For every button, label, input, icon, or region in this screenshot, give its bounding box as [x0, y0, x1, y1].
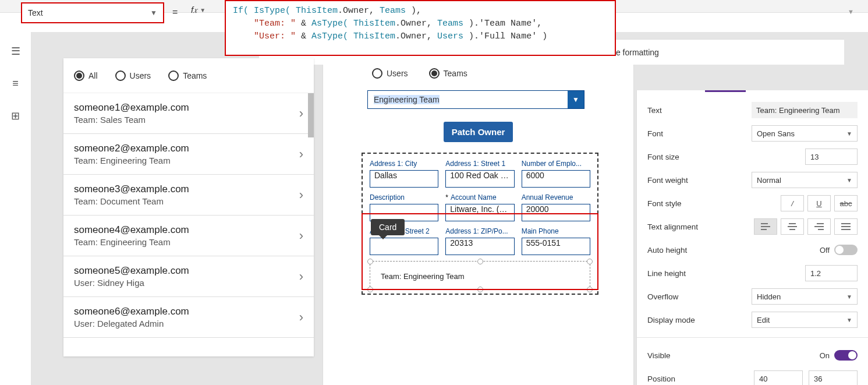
prop-fontsize-input[interactable]: 13: [805, 149, 858, 165]
tok: [233, 19, 254, 29]
prop-autoheight-label: Auto height: [647, 246, 687, 255]
selected-card[interactable]: Team: Engineering Team: [370, 261, 590, 290]
field-input-revenue[interactable]: 20000: [522, 204, 590, 221]
field-input-street2[interactable]: [370, 238, 438, 255]
property-dropdown[interactable]: Text ▼: [21, 2, 164, 23]
tok: AsType(: [311, 19, 353, 29]
selected-card-text: Team: Engineering Team: [381, 272, 465, 281]
list-item[interactable]: someone2@example.comTeam: Engineering Te…: [63, 134, 314, 175]
list-item[interactable]: someone1@example.comTeam: Sales Team ›: [63, 93, 314, 134]
visible-toggle[interactable]: [834, 350, 858, 361]
equals-sign: =: [172, 7, 178, 17]
prop-overflow-select[interactable]: Hidden ▼: [752, 288, 858, 305]
formula-editor[interactable]: If( IsType( ThisItem.Owner, Teams ), "Te…: [225, 0, 616, 56]
list-owner: Team: Document Team: [74, 196, 189, 206]
field-input-account-name[interactable]: Litware, Inc. (sample): [445, 204, 514, 221]
owner-type-radio-group: Users Teams: [337, 68, 619, 79]
fx-label[interactable]: f𝑥 ▼: [191, 5, 206, 15]
prop-font-select[interactable]: Open Sans ▼: [752, 125, 858, 142]
prop-displaymode-select[interactable]: Edit ▼: [752, 312, 858, 328]
team-dropdown[interactable]: Engineering Team ▼: [367, 90, 584, 109]
italic-button[interactable]: /: [781, 195, 804, 211]
list-item[interactable]: someone3@example.comTeam: Document Team …: [63, 175, 314, 216]
tok: &: [296, 19, 311, 29]
tok: .Owner,: [395, 31, 437, 41]
radio-icon: [372, 68, 382, 79]
tok: ThisItem: [296, 6, 338, 16]
left-icon-rail: ☰ ≡ ⊞: [0, 32, 31, 385]
field-label-street1: Address 1: Street 1: [445, 160, 514, 168]
tok: .Owner,: [395, 19, 437, 29]
prop-displaymode-value: Edit: [757, 316, 770, 324]
tok: ThisItem: [353, 31, 395, 41]
prop-align-label: Text alignment: [647, 222, 698, 231]
chevron-down-icon: ▼: [568, 91, 584, 108]
filter-users-label: Users: [130, 71, 151, 80]
radio-teams[interactable]: Teams: [429, 68, 467, 79]
prop-font-label: Font: [647, 129, 663, 138]
prop-displaymode-label: Display mode: [647, 316, 695, 324]
field-input-city[interactable]: Dallas: [370, 170, 438, 188]
align-justify-button[interactable]: [834, 218, 858, 235]
properties-panel: Text Team: Engineering Team Font Open Sa…: [636, 90, 868, 385]
prop-fontweight-select[interactable]: Normal ▼: [752, 172, 858, 188]
chevron-down-icon: ▼: [150, 9, 157, 17]
list-item[interactable]: someone6@example.comUser: Delegated Admi…: [63, 297, 314, 338]
align-center-button[interactable]: [781, 218, 804, 235]
tok: ).'Full Name' ): [463, 31, 547, 41]
field-input-phone[interactable]: 555-0151: [522, 238, 590, 255]
list-email: someone1@example.com: [74, 102, 189, 114]
list-email: someone2@example.com: [74, 143, 189, 154]
tok: ThisItem: [353, 19, 395, 29]
hamburger-icon[interactable]: ☰: [11, 45, 20, 58]
layers-icon[interactable]: ≡: [12, 77, 19, 90]
underline-button[interactable]: U: [807, 195, 831, 211]
list-item[interactable]: someone5@example.comUser: Sidney Higa ›: [63, 256, 314, 297]
filter-users[interactable]: Users: [115, 70, 151, 81]
list-email: someone5@example.com: [74, 265, 189, 277]
prop-visible-value: On: [820, 351, 830, 360]
field-label-phone: Main Phone: [522, 227, 590, 235]
tok: If( IsType(: [233, 6, 296, 16]
radio-icon: [168, 70, 179, 81]
prop-text-value[interactable]: Team: Engineering Team: [752, 102, 858, 118]
field-input-employees[interactable]: 6000: [522, 170, 590, 188]
detail-inner: Users Teams Engineering Team ▼ Patch Own…: [323, 59, 633, 295]
tok: ).'Team Name',: [463, 19, 542, 29]
list-owner: User: Sidney Higa: [74, 278, 189, 288]
gallery-card: All Users Teams someone1@example.comTeam…: [63, 58, 314, 356]
tok: Teams: [437, 19, 463, 29]
chevron-right-icon: ›: [299, 228, 303, 243]
list-email: someone6@example.com: [74, 306, 189, 317]
prop-lineheight-input[interactable]: 1.2: [805, 265, 858, 281]
strikethrough-button[interactable]: abc: [834, 195, 858, 211]
prop-overflow-value: Hidden: [757, 292, 781, 301]
filter-all[interactable]: All: [74, 70, 98, 81]
chevron-right-icon: ›: [299, 147, 303, 162]
list-item[interactable]: someone4@example.comTeam: Engineering Te…: [63, 216, 314, 256]
tok: "User: ": [254, 31, 296, 41]
patch-owner-button[interactable]: Patch Owner: [444, 122, 513, 142]
tok: &: [296, 31, 311, 41]
filter-teams[interactable]: Teams: [168, 70, 207, 81]
prop-lineheight-label: Line height: [647, 269, 686, 278]
scrollbar-thumb[interactable]: [308, 93, 314, 137]
formula-expand-chevron[interactable]: ▼: [848, 8, 854, 15]
field-input-zip[interactable]: 20313: [445, 238, 514, 255]
radio-users[interactable]: Users: [372, 68, 408, 79]
components-icon[interactable]: ⊞: [11, 110, 20, 122]
radio-icon: [74, 70, 84, 81]
auto-height-toggle[interactable]: [834, 245, 858, 255]
field-input-street1[interactable]: 100 Red Oak Lane: [445, 170, 514, 188]
list-owner: User: Delegated Admin: [74, 319, 189, 329]
tok: Teams: [380, 6, 406, 16]
list-email: someone3@example.com: [74, 183, 189, 195]
align-left-button[interactable]: [754, 218, 777, 235]
app-root: { "propDropdown": { "value": "Text" }, "…: [0, 0, 868, 385]
radio-users-label: Users: [387, 69, 408, 78]
chevron-down-icon: ▼: [846, 130, 852, 137]
prop-position-x[interactable]: 40: [754, 370, 803, 385]
align-right-button[interactable]: [807, 218, 831, 235]
chevron-down-icon: ▼: [846, 317, 852, 323]
prop-position-y[interactable]: 36: [809, 370, 858, 385]
